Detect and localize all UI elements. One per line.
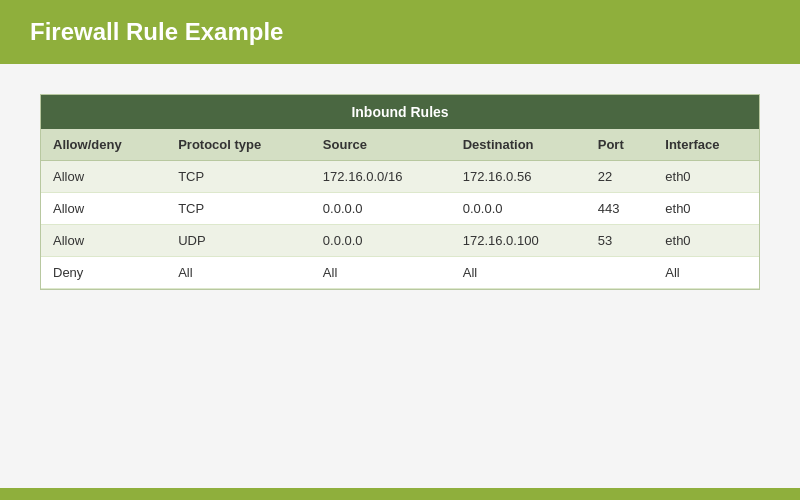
cell-1-2: 0.0.0.0 bbox=[311, 193, 451, 225]
col-interface: Interface bbox=[653, 129, 759, 161]
cell-0-3: 172.16.0.56 bbox=[451, 161, 586, 193]
footer-bar bbox=[0, 488, 800, 500]
table-section-header: Inbound Rules bbox=[41, 95, 759, 129]
cell-0-0: Allow bbox=[41, 161, 166, 193]
cell-2-5: eth0 bbox=[653, 225, 759, 257]
col-allow-deny: Allow/deny bbox=[41, 129, 166, 161]
cell-3-1: All bbox=[166, 257, 311, 289]
column-headers: Allow/deny Protocol type Source Destinat… bbox=[41, 129, 759, 161]
cell-3-0: Deny bbox=[41, 257, 166, 289]
cell-2-1: UDP bbox=[166, 225, 311, 257]
cell-1-5: eth0 bbox=[653, 193, 759, 225]
table-row: AllowTCP172.16.0.0/16172.16.0.5622eth0 bbox=[41, 161, 759, 193]
table-body: AllowTCP172.16.0.0/16172.16.0.5622eth0Al… bbox=[41, 161, 759, 289]
cell-1-3: 0.0.0.0 bbox=[451, 193, 586, 225]
table-container: Inbound Rules Allow/deny Protocol type S… bbox=[40, 94, 760, 290]
cell-1-4: 443 bbox=[586, 193, 654, 225]
col-source: Source bbox=[311, 129, 451, 161]
cell-2-3: 172.16.0.100 bbox=[451, 225, 586, 257]
table-row: AllowTCP0.0.0.00.0.0.0443eth0 bbox=[41, 193, 759, 225]
cell-0-4: 22 bbox=[586, 161, 654, 193]
content-area: Inbound Rules Allow/deny Protocol type S… bbox=[0, 64, 800, 494]
cell-0-1: TCP bbox=[166, 161, 311, 193]
col-port: Port bbox=[586, 129, 654, 161]
cell-1-0: Allow bbox=[41, 193, 166, 225]
col-destination: Destination bbox=[451, 129, 586, 161]
cell-3-5: All bbox=[653, 257, 759, 289]
section-title: Inbound Rules bbox=[351, 104, 448, 120]
table-row: AllowUDP0.0.0.0172.16.0.10053eth0 bbox=[41, 225, 759, 257]
header-bar: Firewall Rule Example bbox=[0, 0, 800, 64]
cell-0-5: eth0 bbox=[653, 161, 759, 193]
cell-2-2: 0.0.0.0 bbox=[311, 225, 451, 257]
col-protocol-type: Protocol type bbox=[166, 129, 311, 161]
cell-3-4 bbox=[586, 257, 654, 289]
table-row: DenyAllAllAllAll bbox=[41, 257, 759, 289]
cell-3-2: All bbox=[311, 257, 451, 289]
cell-2-4: 53 bbox=[586, 225, 654, 257]
cell-0-2: 172.16.0.0/16 bbox=[311, 161, 451, 193]
cell-1-1: TCP bbox=[166, 193, 311, 225]
cell-2-0: Allow bbox=[41, 225, 166, 257]
firewall-rules-table: Allow/deny Protocol type Source Destinat… bbox=[41, 129, 759, 289]
cell-3-3: All bbox=[451, 257, 586, 289]
page-title: Firewall Rule Example bbox=[30, 18, 283, 46]
